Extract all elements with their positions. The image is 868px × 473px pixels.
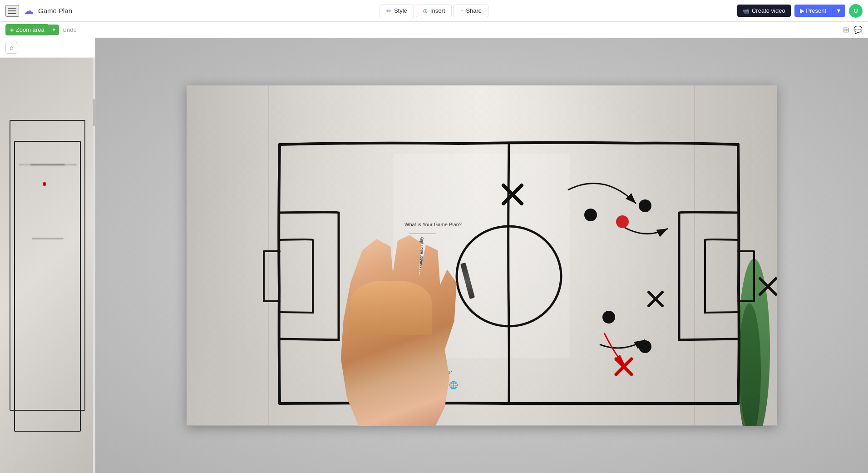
style-button[interactable]: ✏ Style (380, 5, 414, 17)
insert-button[interactable]: ⊕ Insert (416, 5, 452, 17)
comment-icon-button[interactable]: 💬 (853, 25, 863, 34)
insert-label: Insert (430, 7, 445, 14)
svg-point-7 (616, 215, 629, 228)
share-label: Share (466, 7, 482, 14)
toolbar-right: 📹 Create video ▶ Present ▼ U (737, 4, 863, 18)
style-label: Style (394, 7, 407, 14)
present-main-button[interactable]: ▶ Present (794, 5, 832, 17)
hand-overlay (332, 208, 477, 426)
undo-label: Undo (63, 26, 77, 33)
zoom-area-dropdown[interactable]: ▼ (49, 25, 59, 35)
zoom-area-label: Zoom area (16, 26, 44, 33)
avatar[interactable]: U (849, 4, 863, 18)
soccer-diagram-svg: What is Your Game Plan? ____________ Add… (187, 85, 777, 426)
sidebar: ⌂ 1 (0, 38, 95, 473)
cloud-icon: ☁ (24, 5, 34, 17)
toolbar-icons-right: ⊞ 💬 (843, 25, 863, 34)
present-arrow-icon: ▶ (800, 7, 806, 14)
sidebar-scroll-area[interactable]: 1 Overview 📍 (0, 58, 95, 473)
canvas-area[interactable]: What is Your Game Plan? ____________ Add… (95, 38, 868, 473)
home-button[interactable]: ⌂ (5, 42, 17, 54)
undo-button[interactable]: Undo (63, 26, 77, 33)
create-video-label: Create video (752, 7, 785, 14)
presentation-slide[interactable]: What is Your Game Plan? ____________ Add… (187, 85, 777, 426)
svg-point-3 (584, 209, 597, 221)
app-title: Game Plan (38, 7, 72, 15)
insert-icon: ⊕ (423, 7, 428, 15)
present-dropdown-arrow[interactable]: ▼ (832, 5, 845, 17)
present-label: Present (806, 7, 826, 14)
slide-item-2[interactable]: 2 (2, 115, 93, 151)
secondary-toolbar: + Zoom area ▼ Undo ⊞ 💬 (0, 22, 868, 38)
zoom-area-button[interactable]: + Zoom area (5, 24, 49, 35)
sidebar-scrollbar-thumb[interactable] (93, 99, 95, 126)
create-video-button[interactable]: 📹 Create video (737, 5, 791, 17)
present-button-group[interactable]: ▶ Present ▼ (794, 5, 845, 17)
svg-point-5 (602, 311, 615, 324)
slideshow-icon-button[interactable]: ⊞ (843, 25, 849, 34)
share-button[interactable]: ↑ Share (454, 5, 488, 17)
hamburger-menu-button[interactable] (5, 5, 19, 17)
share-upload-icon: ↑ (460, 7, 464, 15)
plus-icon: + (10, 26, 14, 34)
main-layout: ⌂ 1 (0, 38, 868, 473)
svg-point-4 (639, 199, 651, 212)
sidebar-scrollbar[interactable] (93, 58, 95, 473)
slide-thumb-2 (18, 116, 77, 150)
svg-point-6 (639, 340, 651, 353)
style-icon: ✏ (386, 7, 392, 15)
slides-list: 1 Overview 📍 (0, 58, 95, 328)
video-camera-icon: 📹 (743, 8, 750, 14)
avatar-initials: U (853, 7, 858, 14)
sidebar-home: ⌂ (0, 38, 95, 58)
toolbar-center: ✏ Style ⊕ Insert ↑ Share (380, 5, 488, 17)
top-toolbar: ☁ Game Plan ✏ Style ⊕ Insert ↑ Share 📹 C… (0, 0, 868, 22)
